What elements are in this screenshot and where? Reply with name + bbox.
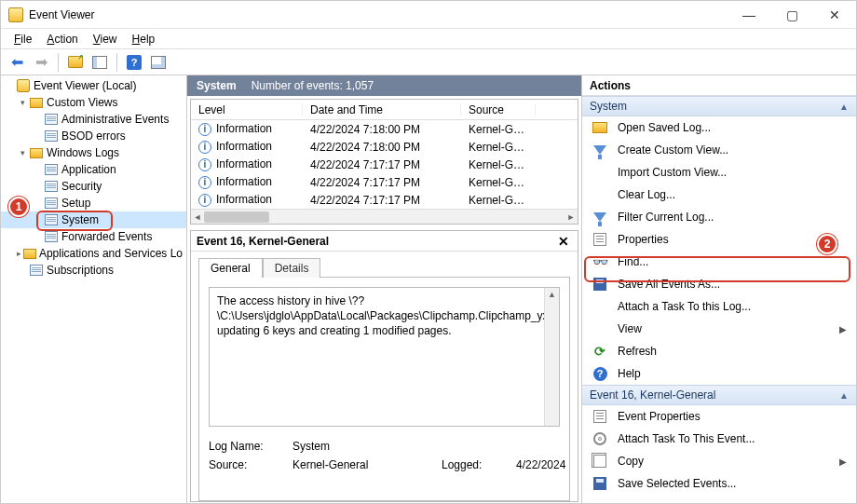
- tree-root[interactable]: Event Viewer (Local): [1, 77, 186, 94]
- cell-source: Kernel-Gen...: [461, 194, 536, 207]
- view-icon: [45, 114, 58, 125]
- funnel-icon: [593, 212, 606, 222]
- tree-custom-views[interactable]: ▾ Custom Views: [1, 94, 186, 111]
- action-find[interactable]: 👓 Find...: [582, 251, 856, 273]
- toolbar-separator: [116, 53, 117, 72]
- action-label: Refresh: [618, 345, 657, 358]
- log-icon: [45, 181, 58, 192]
- action-refresh[interactable]: ⟳ Refresh: [582, 340, 856, 362]
- action-save-all-events[interactable]: Save All Events As...: [582, 273, 856, 295]
- action-event-properties[interactable]: Event Properties: [582, 405, 856, 428]
- close-button[interactable]: ✕: [813, 1, 856, 29]
- actions-section-title: System: [590, 100, 627, 113]
- action-view-submenu[interactable]: View ▶: [582, 318, 856, 340]
- actions-pane: Actions System ▲ Open Saved Log... Creat…: [582, 75, 856, 504]
- action-copy[interactable]: Copy ▶: [582, 450, 856, 472]
- table-row[interactable]: iInformation 4/22/2024 7:17:17 PM Kernel…: [191, 191, 578, 209]
- action-label: Save Selected Events...: [618, 477, 736, 490]
- minimize-button[interactable]: —: [728, 1, 770, 29]
- collapse-icon[interactable]: ▲: [839, 102, 849, 112]
- cell-source: Kernel-Gen...: [461, 158, 536, 171]
- table-header: Level Date and Time Source: [191, 100, 578, 120]
- action-label: Attach a Task To this Log...: [618, 300, 751, 313]
- scroll-left-icon[interactable]: ◄: [191, 210, 204, 225]
- action-open-saved-log[interactable]: Open Saved Log...: [582, 116, 856, 139]
- vertical-scrollbar[interactable]: ▲: [544, 288, 559, 426]
- menu-help[interactable]: Help: [125, 31, 163, 48]
- action-clear-log[interactable]: Clear Log...: [582, 184, 856, 206]
- chevron-right-icon: ▶: [839, 456, 847, 467]
- action-attach-task-event[interactable]: Attach Task To This Event...: [582, 428, 856, 450]
- table-row[interactable]: iInformation 4/22/2024 7:18:00 PM Kernel…: [191, 120, 578, 138]
- log-name-label: Log Name:: [209, 440, 292, 453]
- properties-icon: [593, 410, 606, 423]
- action-filter-current-log[interactable]: Filter Current Log...: [582, 206, 856, 228]
- tree-setup[interactable]: Setup: [1, 195, 186, 211]
- tree-label: Windows Logs: [47, 146, 119, 159]
- chevron-right-icon[interactable]: ▸: [16, 249, 23, 258]
- tree-windows-logs[interactable]: ▾ Windows Logs: [1, 144, 186, 161]
- funnel-icon: [593, 145, 606, 155]
- chevron-down-icon[interactable]: ▾: [16, 148, 29, 157]
- open-folder-button[interactable]: [65, 52, 86, 73]
- tree-security[interactable]: Security: [1, 178, 186, 195]
- center-header: System Number of events: 1,057: [187, 75, 581, 96]
- layout-button-2[interactable]: [148, 52, 169, 73]
- col-source[interactable]: Source: [461, 103, 536, 116]
- close-detail-button[interactable]: ✕: [555, 233, 572, 250]
- chevron-down-icon[interactable]: ▾: [16, 98, 29, 107]
- table-row[interactable]: iInformation 4/22/2024 7:18:00 PM Kernel…: [191, 138, 578, 156]
- tree-subscriptions[interactable]: Subscriptions: [1, 262, 186, 279]
- tree-forwarded-events[interactable]: Forwarded Events: [1, 228, 186, 245]
- actions-section-system[interactable]: System ▲: [582, 96, 856, 116]
- cell-date: 4/22/2024 7:17:17 PM: [303, 194, 461, 207]
- action-save-selected-events[interactable]: Save Selected Events...: [582, 472, 856, 495]
- help-button[interactable]: ?: [124, 52, 144, 73]
- table-row[interactable]: iInformation 4/22/2024 7:17:17 PM Kernel…: [191, 173, 578, 191]
- action-import-custom-view[interactable]: Import Custom View...: [582, 161, 856, 184]
- help-icon: ?: [593, 367, 607, 381]
- folder-icon: [68, 56, 83, 68]
- actions-section-event[interactable]: Event 16, Kernel-General ▲: [582, 385, 856, 405]
- subscriptions-icon: [30, 265, 43, 276]
- scroll-up-icon[interactable]: ▲: [545, 288, 559, 301]
- tree-admin-events[interactable]: Administrative Events: [1, 111, 186, 128]
- logged-value: 4/22/2024: [516, 458, 565, 471]
- navigation-tree[interactable]: Event Viewer (Local) ▾ Custom Views Admi…: [1, 75, 187, 504]
- back-button[interactable]: ⬅: [7, 52, 27, 73]
- logged-label: Logged:: [442, 458, 516, 471]
- properties-icon: [593, 233, 606, 246]
- table-row[interactable]: iInformation 4/22/2024 7:17:17 PM Kernel…: [191, 156, 578, 173]
- gear-icon: [593, 432, 606, 445]
- layout-button-1[interactable]: [89, 52, 110, 73]
- menu-view[interactable]: View: [86, 31, 125, 48]
- action-label: Find...: [618, 255, 648, 268]
- tree-system[interactable]: System: [1, 211, 186, 228]
- maximize-button[interactable]: ▢: [770, 1, 813, 29]
- tree-label: Applications and Services Lo: [39, 247, 183, 260]
- scrollbar-thumb[interactable]: [204, 211, 269, 223]
- event-table: Level Date and Time Source iInformation …: [190, 99, 578, 225]
- action-create-custom-view[interactable]: Create Custom View...: [582, 139, 856, 161]
- scroll-right-icon[interactable]: ►: [565, 210, 578, 225]
- cell-source: Kernel-Gen...: [461, 123, 536, 136]
- actions-header: Actions: [582, 75, 856, 96]
- tree-bsod-errors[interactable]: BSOD errors: [1, 128, 186, 144]
- log-icon: [45, 164, 58, 175]
- tree-application[interactable]: Application: [1, 161, 186, 178]
- tab-general[interactable]: General: [198, 258, 263, 278]
- action-properties[interactable]: Properties: [582, 228, 856, 251]
- annotation-callout-1: 1: [8, 197, 29, 217]
- collapse-icon[interactable]: ▲: [839, 390, 849, 401]
- forward-button[interactable]: ➡: [31, 52, 51, 73]
- action-help[interactable]: ? Help: [582, 362, 856, 385]
- tree-apps-services[interactable]: ▸ Applications and Services Lo: [1, 245, 186, 262]
- menu-file[interactable]: File: [7, 31, 39, 48]
- horizontal-scrollbar[interactable]: ◄ ►: [191, 209, 578, 224]
- menu-action[interactable]: Action: [39, 31, 85, 48]
- tab-details[interactable]: Details: [263, 258, 321, 278]
- action-attach-task-log[interactable]: Attach a Task To this Log...: [582, 295, 856, 318]
- col-level[interactable]: Level: [191, 103, 303, 116]
- menu-bar: File Action View Help: [1, 29, 856, 49]
- col-date[interactable]: Date and Time: [303, 103, 461, 116]
